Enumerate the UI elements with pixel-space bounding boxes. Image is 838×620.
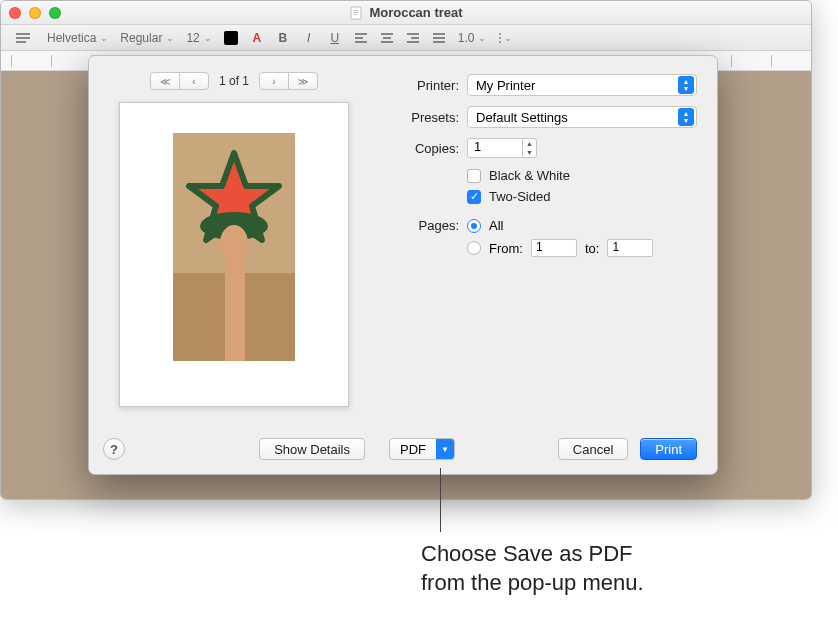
titlebar: Moroccan treat xyxy=(1,1,811,25)
pages-from-label: From: xyxy=(489,241,523,256)
svg-rect-1 xyxy=(353,10,359,11)
font-family-select[interactable]: Helvetica⌄ xyxy=(47,31,108,45)
updown-icon: ▲▼ xyxy=(678,108,694,126)
copies-stepper[interactable]: 1 ▲▼ xyxy=(467,138,537,158)
svg-rect-13 xyxy=(407,33,419,35)
svg-rect-16 xyxy=(433,33,445,35)
chevron-down-icon: ⌄ xyxy=(166,33,174,43)
chevron-down-icon: ⌄ xyxy=(100,33,108,43)
svg-rect-17 xyxy=(433,37,445,39)
pages-to-input[interactable]: 1 xyxy=(607,239,653,257)
list-style-button[interactable]: ⌄ xyxy=(498,33,512,43)
updown-icon: ▲▼ xyxy=(678,76,694,94)
show-details-button[interactable]: Show Details xyxy=(259,438,365,460)
text-color-strike-icon[interactable]: A xyxy=(250,31,264,45)
chevron-down-icon: ⌄ xyxy=(478,33,486,43)
svg-rect-30 xyxy=(225,243,245,361)
bold-button[interactable]: B xyxy=(276,31,290,45)
two-sided-checkbox[interactable]: ✓ xyxy=(467,190,481,204)
svg-rect-11 xyxy=(383,37,391,39)
svg-rect-2 xyxy=(353,12,359,13)
line-spacing-select[interactable]: 1.0⌄ xyxy=(458,31,487,45)
printer-label: Printer: xyxy=(389,78,459,93)
chevron-down-icon: ⌄ xyxy=(204,33,212,43)
format-toolbar: Helvetica⌄ Regular⌄ 12⌄ A B I U 1.0⌄ ⌄ xyxy=(1,25,811,51)
copies-label: Copies: xyxy=(389,141,459,156)
font-style-select[interactable]: Regular⌄ xyxy=(120,31,174,45)
copies-input[interactable]: 1 xyxy=(467,138,523,158)
print-preview-page xyxy=(119,102,349,407)
paragraph-styles-button[interactable] xyxy=(11,29,35,47)
two-sided-label: Two-Sided xyxy=(489,189,550,204)
align-justify-button[interactable] xyxy=(432,33,446,43)
align-left-button[interactable] xyxy=(354,33,368,43)
align-center-button[interactable] xyxy=(380,33,394,43)
black-white-label: Black & White xyxy=(489,168,570,183)
preview-pager: ≪ ‹ 1 of 1 › ≫ xyxy=(103,72,365,90)
pages-range-radio[interactable] xyxy=(467,241,481,255)
pager-prev-button[interactable]: ‹ xyxy=(179,72,209,90)
text-color-button[interactable] xyxy=(224,31,238,45)
chevron-down-icon: ▼ xyxy=(436,439,454,459)
pager-label: 1 of 1 xyxy=(219,74,249,88)
document-title: Moroccan treat xyxy=(369,5,462,20)
svg-rect-5 xyxy=(16,37,30,39)
print-button[interactable]: Print xyxy=(640,438,697,460)
svg-rect-6 xyxy=(16,41,26,43)
svg-point-23 xyxy=(499,41,501,43)
presets-select[interactable]: Default Settings ▲▼ xyxy=(467,106,697,128)
printer-select[interactable]: My Printer ▲▼ xyxy=(467,74,697,96)
pager-first-button[interactable]: ≪ xyxy=(150,72,180,90)
pager-next-button[interactable]: › xyxy=(259,72,289,90)
callout-leader-line xyxy=(440,468,441,532)
svg-point-21 xyxy=(499,37,501,39)
svg-rect-18 xyxy=(433,41,445,43)
svg-rect-15 xyxy=(407,41,419,43)
align-right-button[interactable] xyxy=(406,33,420,43)
svg-rect-7 xyxy=(355,33,367,35)
pages-to-label: to: xyxy=(585,241,599,256)
black-white-checkbox[interactable] xyxy=(467,169,481,183)
pages-all-radio[interactable] xyxy=(467,219,481,233)
stepper-arrows[interactable]: ▲▼ xyxy=(523,138,537,158)
svg-rect-10 xyxy=(381,33,393,35)
svg-point-19 xyxy=(499,33,501,35)
print-dialog: ≪ ‹ 1 of 1 › ≫ xyxy=(88,55,718,475)
print-preview-pane: ≪ ‹ 1 of 1 › ≫ xyxy=(89,56,379,474)
pages-from-input[interactable]: 1 xyxy=(531,239,577,257)
svg-rect-12 xyxy=(381,41,393,43)
svg-rect-4 xyxy=(16,33,30,35)
document-icon xyxy=(349,6,363,20)
preview-image xyxy=(173,133,295,361)
italic-button[interactable]: I xyxy=(302,31,316,45)
pages-label: Pages: xyxy=(389,218,459,233)
print-options-pane: Printer: My Printer ▲▼ Presets: Default … xyxy=(379,56,717,474)
svg-rect-14 xyxy=(411,37,419,39)
help-button[interactable]: ? xyxy=(103,438,125,460)
presets-label: Presets: xyxy=(389,110,459,125)
pdf-popup-button[interactable]: PDF ▼ xyxy=(389,438,455,460)
svg-rect-9 xyxy=(355,41,367,43)
cancel-button[interactable]: Cancel xyxy=(558,438,628,460)
window-title: Moroccan treat xyxy=(1,5,811,20)
svg-rect-8 xyxy=(355,37,363,39)
svg-rect-3 xyxy=(353,14,357,15)
callout-text: Choose Save as PDF from the pop-up menu. xyxy=(421,540,644,597)
pager-last-button[interactable]: ≫ xyxy=(288,72,318,90)
chevron-down-icon: ⌄ xyxy=(504,33,512,43)
font-size-select[interactable]: 12⌄ xyxy=(186,31,211,45)
underline-button[interactable]: U xyxy=(328,31,342,45)
pages-all-label: All xyxy=(489,218,503,233)
